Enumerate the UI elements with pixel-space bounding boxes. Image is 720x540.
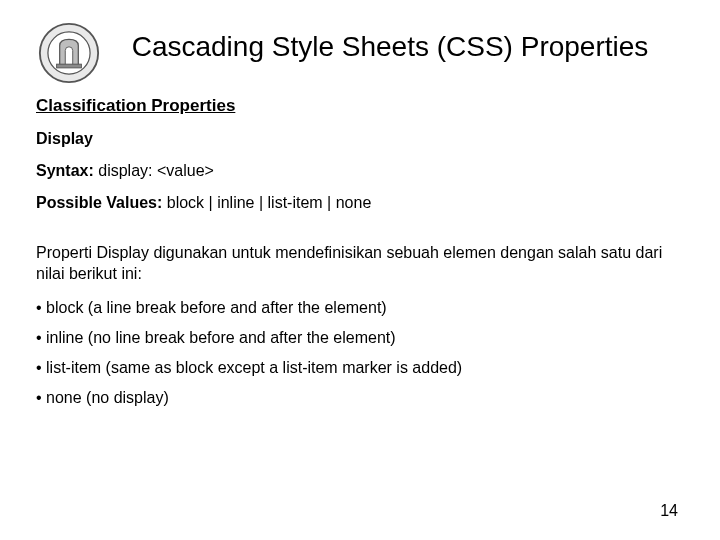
university-seal-logo [38, 22, 100, 84]
syntax-label: Syntax: [36, 162, 94, 179]
list-item: list-item (same as block except a list-i… [36, 359, 684, 377]
syntax-line: Syntax: display: <value> [36, 162, 684, 180]
slide-title: Cascading Style Sheets (CSS) Properties [96, 30, 684, 64]
page-number: 14 [660, 502, 678, 520]
section-heading: Classification Properties [36, 96, 684, 116]
bullet-list: block (a line break before and after the… [36, 299, 684, 407]
syntax-value: display: <value> [98, 162, 214, 179]
list-item: none (no display) [36, 389, 684, 407]
possible-values-label: Possible Values: [36, 194, 162, 211]
list-item: inline (no line break before and after t… [36, 329, 684, 347]
possible-values-line: Possible Values: block | inline | list-i… [36, 194, 684, 212]
list-item: block (a line break before and after the… [36, 299, 684, 317]
property-name: Display [36, 130, 684, 148]
seal-icon [38, 22, 100, 84]
slide: Cascading Style Sheets (CSS) Properties … [0, 0, 720, 540]
possible-values-value: block | inline | list-item | none [167, 194, 372, 211]
svg-rect-2 [57, 64, 82, 68]
description-text: Properti Display digunakan untuk mendefi… [36, 242, 684, 285]
